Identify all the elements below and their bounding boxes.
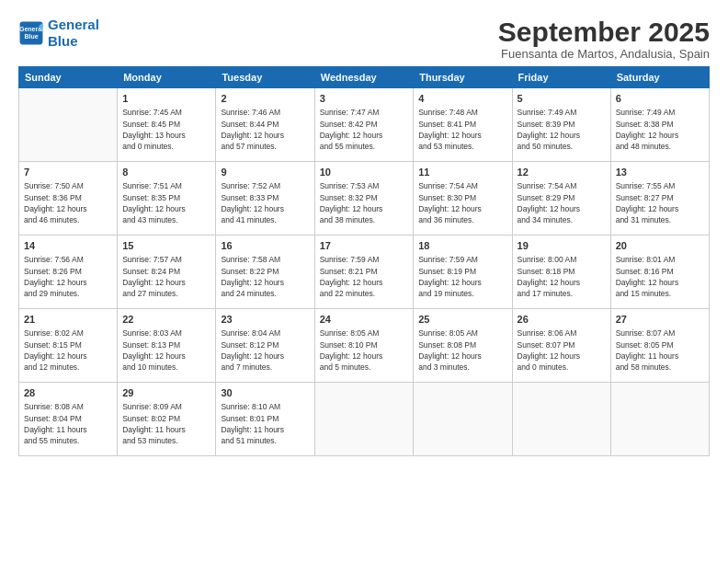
- calendar-cell: 4Sunrise: 7:48 AM Sunset: 8:41 PM Daylig…: [414, 88, 512, 162]
- day-info: Sunrise: 8:05 AM Sunset: 8:10 PM Dayligh…: [320, 327, 409, 373]
- calendar-cell: 13Sunrise: 7:55 AM Sunset: 8:27 PM Dayli…: [610, 162, 709, 236]
- calendar-cell: 3Sunrise: 7:47 AM Sunset: 8:42 PM Daylig…: [314, 88, 414, 162]
- calendar-cell: 17Sunrise: 7:59 AM Sunset: 8:21 PM Dayli…: [314, 236, 414, 309]
- day-info: Sunrise: 8:09 AM Sunset: 8:02 PM Dayligh…: [122, 401, 210, 446]
- calendar-day-header: Tuesday: [216, 67, 314, 88]
- day-info: Sunrise: 7:52 AM Sunset: 8:33 PM Dayligh…: [221, 180, 309, 225]
- logo-icon: General Blue: [18, 20, 44, 46]
- day-info: Sunrise: 8:06 AM Sunset: 8:07 PM Dayligh…: [518, 327, 606, 373]
- calendar-cell: [610, 383, 709, 456]
- day-number: 12: [518, 166, 606, 179]
- calendar-week-row: 14Sunrise: 7:56 AM Sunset: 8:26 PM Dayli…: [19, 236, 710, 309]
- calendar-day-header: Friday: [512, 67, 610, 88]
- title-block: September 2025 Fuensanta de Martos, Anda…: [498, 17, 710, 61]
- day-number: 26: [518, 313, 606, 327]
- calendar-cell: 30Sunrise: 8:10 AM Sunset: 8:01 PM Dayli…: [216, 383, 314, 456]
- calendar-cell: [512, 383, 610, 456]
- header: General Blue General Blue September 2025…: [18, 17, 710, 61]
- day-number: 10: [320, 166, 409, 179]
- day-info: Sunrise: 7:54 AM Sunset: 8:29 PM Dayligh…: [518, 180, 606, 225]
- day-number: 11: [418, 166, 506, 179]
- calendar-cell: 28Sunrise: 8:08 AM Sunset: 8:04 PM Dayli…: [19, 383, 118, 456]
- calendar-week-row: 1Sunrise: 7:45 AM Sunset: 8:45 PM Daylig…: [19, 88, 710, 162]
- calendar-cell: 18Sunrise: 7:59 AM Sunset: 8:19 PM Dayli…: [414, 236, 512, 309]
- day-info: Sunrise: 7:53 AM Sunset: 8:32 PM Dayligh…: [320, 180, 409, 225]
- calendar-day-header: Sunday: [19, 67, 118, 88]
- day-info: Sunrise: 7:46 AM Sunset: 8:44 PM Dayligh…: [221, 107, 309, 152]
- day-number: 7: [24, 166, 112, 179]
- day-info: Sunrise: 8:01 AM Sunset: 8:16 PM Dayligh…: [616, 254, 704, 299]
- day-number: 15: [122, 239, 210, 253]
- calendar-day-header: Thursday: [414, 67, 512, 88]
- day-info: Sunrise: 7:58 AM Sunset: 8:22 PM Dayligh…: [221, 254, 309, 299]
- day-info: Sunrise: 7:49 AM Sunset: 8:39 PM Dayligh…: [518, 107, 606, 152]
- day-number: 3: [320, 92, 409, 106]
- calendar-cell: 10Sunrise: 7:53 AM Sunset: 8:32 PM Dayli…: [314, 162, 414, 236]
- day-info: Sunrise: 8:04 AM Sunset: 8:12 PM Dayligh…: [221, 327, 309, 373]
- day-info: Sunrise: 8:05 AM Sunset: 8:08 PM Dayligh…: [418, 327, 506, 373]
- page: General Blue General Blue September 2025…: [0, 0, 728, 563]
- day-info: Sunrise: 7:51 AM Sunset: 8:35 PM Dayligh…: [122, 180, 210, 225]
- logo-line2: Blue: [48, 33, 78, 49]
- day-number: 27: [616, 313, 704, 327]
- logo: General Blue General Blue: [18, 17, 99, 50]
- day-info: Sunrise: 8:07 AM Sunset: 8:05 PM Dayligh…: [616, 327, 704, 373]
- day-info: Sunrise: 7:50 AM Sunset: 8:36 PM Dayligh…: [24, 180, 112, 225]
- day-info: Sunrise: 8:08 AM Sunset: 8:04 PM Dayligh…: [24, 401, 112, 446]
- calendar-cell: 15Sunrise: 7:57 AM Sunset: 8:24 PM Dayli…: [118, 236, 216, 309]
- calendar-cell: 21Sunrise: 8:02 AM Sunset: 8:15 PM Dayli…: [19, 309, 118, 383]
- day-number: 4: [418, 92, 506, 106]
- calendar-cell: 25Sunrise: 8:05 AM Sunset: 8:08 PM Dayli…: [414, 309, 512, 383]
- day-info: Sunrise: 7:57 AM Sunset: 8:24 PM Dayligh…: [122, 254, 210, 299]
- calendar: SundayMondayTuesdayWednesdayThursdayFrid…: [18, 66, 710, 456]
- calendar-cell: 9Sunrise: 7:52 AM Sunset: 8:33 PM Daylig…: [216, 162, 314, 236]
- calendar-week-row: 28Sunrise: 8:08 AM Sunset: 8:04 PM Dayli…: [19, 383, 710, 456]
- day-info: Sunrise: 7:59 AM Sunset: 8:19 PM Dayligh…: [418, 254, 506, 299]
- calendar-cell: 14Sunrise: 7:56 AM Sunset: 8:26 PM Dayli…: [19, 236, 118, 309]
- calendar-day-header: Wednesday: [314, 67, 414, 88]
- svg-text:Blue: Blue: [24, 33, 38, 40]
- day-info: Sunrise: 7:48 AM Sunset: 8:41 PM Dayligh…: [418, 107, 506, 152]
- day-number: 25: [418, 313, 506, 327]
- day-info: Sunrise: 7:55 AM Sunset: 8:27 PM Dayligh…: [616, 180, 704, 225]
- day-info: Sunrise: 8:03 AM Sunset: 8:13 PM Dayligh…: [122, 327, 210, 373]
- calendar-cell: 6Sunrise: 7:49 AM Sunset: 8:38 PM Daylig…: [610, 88, 709, 162]
- day-number: 16: [221, 239, 309, 253]
- day-number: 29: [122, 386, 210, 400]
- logo-line1: General: [48, 17, 99, 32]
- day-info: Sunrise: 7:54 AM Sunset: 8:30 PM Dayligh…: [418, 180, 506, 225]
- day-number: 24: [320, 313, 409, 327]
- day-number: 30: [221, 386, 309, 400]
- day-number: 13: [616, 166, 704, 179]
- calendar-cell: 22Sunrise: 8:03 AM Sunset: 8:13 PM Dayli…: [118, 309, 216, 383]
- day-info: Sunrise: 7:47 AM Sunset: 8:42 PM Dayligh…: [320, 107, 409, 152]
- calendar-cell: 27Sunrise: 8:07 AM Sunset: 8:05 PM Dayli…: [610, 309, 709, 383]
- day-number: 23: [221, 313, 309, 327]
- day-number: 20: [616, 239, 704, 253]
- day-info: Sunrise: 7:59 AM Sunset: 8:21 PM Dayligh…: [320, 254, 409, 299]
- calendar-cell: 19Sunrise: 8:00 AM Sunset: 8:18 PM Dayli…: [512, 236, 610, 309]
- calendar-week-row: 21Sunrise: 8:02 AM Sunset: 8:15 PM Dayli…: [19, 309, 710, 383]
- calendar-cell: 12Sunrise: 7:54 AM Sunset: 8:29 PM Dayli…: [512, 162, 610, 236]
- calendar-cell: 26Sunrise: 8:06 AM Sunset: 8:07 PM Dayli…: [512, 309, 610, 383]
- day-info: Sunrise: 7:45 AM Sunset: 8:45 PM Dayligh…: [122, 107, 210, 152]
- calendar-cell: 2Sunrise: 7:46 AM Sunset: 8:44 PM Daylig…: [216, 88, 314, 162]
- day-number: 28: [24, 386, 112, 400]
- day-number: 14: [24, 239, 112, 253]
- day-info: Sunrise: 8:00 AM Sunset: 8:18 PM Dayligh…: [518, 254, 606, 299]
- day-number: 17: [320, 239, 409, 253]
- day-number: 6: [616, 92, 704, 106]
- calendar-cell: [414, 383, 512, 456]
- calendar-cell: 20Sunrise: 8:01 AM Sunset: 8:16 PM Dayli…: [610, 236, 709, 309]
- calendar-cell: [19, 88, 118, 162]
- calendar-day-header: Saturday: [610, 67, 709, 88]
- day-info: Sunrise: 7:56 AM Sunset: 8:26 PM Dayligh…: [24, 254, 112, 299]
- day-number: 9: [221, 166, 309, 179]
- day-number: 2: [221, 92, 309, 106]
- calendar-cell: 8Sunrise: 7:51 AM Sunset: 8:35 PM Daylig…: [118, 162, 216, 236]
- day-number: 18: [418, 239, 506, 253]
- calendar-cell: [314, 383, 414, 456]
- month-title: September 2025: [498, 17, 710, 47]
- calendar-cell: 11Sunrise: 7:54 AM Sunset: 8:30 PM Dayli…: [414, 162, 512, 236]
- day-number: 1: [122, 92, 210, 106]
